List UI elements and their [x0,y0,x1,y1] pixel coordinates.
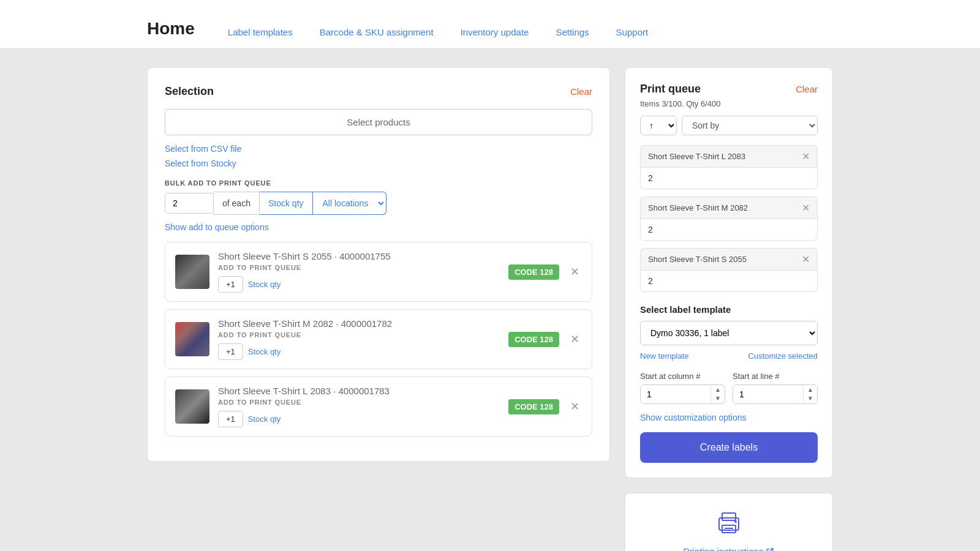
print-queue-clear-button[interactable]: Clear [796,84,818,94]
queue-item-l-name: Short Sleeve T-Shirt L 2083 [648,152,745,161]
start-col-up-button[interactable]: ▲ [711,386,725,394]
column-line-section: Start at column # ▲ ▼ Start at line # [640,372,818,404]
queue-item-l-remove-button[interactable]: ✕ [802,151,810,162]
selection-header: Selection Clear [165,85,592,98]
product-name-m[interactable]: Short Sleeve T-Shirt M 2082 · 4000001782 [218,318,500,329]
queue-item-m: Short Sleeve T-Shirt M 2082 ✕ [640,197,818,241]
svg-rect-1 [722,513,736,520]
select-label-section: Select label template Dymo 30336, 1 labe… [640,304,818,463]
bulk-add-label: BULK ADD TO PRINT QUEUE [165,179,592,187]
queue-item-s-name: Short Sleeve T-Shirt S 2055 [648,255,747,264]
product-name-l[interactable]: Short Sleeve T-Shirt L 2083 · 4000001783 [218,386,500,396]
show-queue-options-link[interactable]: Show add to queue options [165,222,592,232]
new-template-link[interactable]: New template [640,351,688,361]
remove-product-m-button[interactable]: ✕ [568,330,582,348]
start-line-stepper: ▲ ▼ [803,386,817,403]
start-line-up-button[interactable]: ▲ [804,386,817,394]
remove-product-s-button[interactable]: ✕ [568,263,582,281]
bulk-of-each-label: of each [214,192,260,215]
start-line-input-wrap: ▲ ▼ [733,384,818,404]
start-col-down-button[interactable]: ▼ [711,394,725,403]
home-title: Home [147,19,195,48]
queue-item-m-remove-button[interactable]: ✕ [802,202,810,214]
stock-qty-button-l[interactable]: Stock qty [248,414,281,424]
queue-item-l-header: Short Sleeve T-Shirt L 2083 ✕ [640,145,818,168]
product-info-m: Short Sleeve T-Shirt M 2082 · 4000001782… [218,318,500,360]
bulk-qty-input[interactable] [165,193,214,214]
bulk-stock-qty-button[interactable]: Stock qty [260,192,313,215]
stock-qty-button-m[interactable]: Stock qty [248,347,281,356]
select-products-button[interactable]: Select products [165,109,592,135]
product-actions-m: +1 Stock qty [218,343,500,360]
queue-item-l-qty [640,168,818,189]
queue-item-s-qty [640,271,818,292]
left-panel: Selection Clear Select products Select f… [147,67,610,462]
queue-item-m-name: Short Sleeve T-Shirt M 2082 [648,203,748,212]
plus-one-button-l[interactable]: +1 [218,411,243,427]
start-line-label: Start at line # [733,372,818,381]
right-panel: Print queue Clear Items 3/100. Qty 6/400… [625,67,833,478]
svg-point-5 [734,520,737,523]
start-col-group: Start at column # ▲ ▼ [640,372,725,404]
queue-item-m-qty-input[interactable] [648,225,810,234]
queue-item-m-header: Short Sleeve T-Shirt M 2082 ✕ [640,197,818,219]
sort-by-select[interactable]: Sort by [682,116,818,135]
start-col-label: Start at column # [640,372,725,381]
product-sub-s: ADD TO PRINT QUEUE [218,264,500,271]
queue-item-s: Short Sleeve T-Shirt S 2055 ✕ [640,248,818,292]
remove-product-l-button[interactable]: ✕ [568,397,582,416]
top-nav: Home Label templates Barcode & SKU assig… [0,0,980,49]
bulk-locations-select[interactable]: All locations [313,192,386,215]
nav-settings[interactable]: Settings [542,27,602,48]
start-col-input[interactable] [641,385,710,403]
selection-title: Selection [165,85,214,98]
start-line-input[interactable] [733,385,803,403]
product-thumb-l [175,389,209,424]
printing-instructions-link[interactable]: Printing instructions [684,546,775,551]
product-item-m: Short Sleeve T-Shirt M 2082 · 4000001782… [165,309,592,369]
select-from-stocky-link[interactable]: Select from Stocky [165,159,592,168]
nav-barcode-sku[interactable]: Barcode & SKU assignment [306,27,447,48]
main-content: Selection Clear Select products Select f… [0,49,980,551]
stock-qty-button-s[interactable]: Stock qty [248,280,281,289]
product-item-l: Short Sleeve T-Shirt L 2083 · 4000001783… [165,377,592,437]
product-name-s[interactable]: Short Sleeve T-Shirt S 2055 · 4000001755 [218,251,500,261]
nav-label-templates[interactable]: Label templates [214,27,306,48]
queue-info: Items 3/100. Qty 6/400 [640,99,818,108]
right-col: Print queue Clear Items 3/100. Qty 6/400… [625,67,833,551]
create-labels-button[interactable]: Create labels [640,432,818,463]
queue-item-s-remove-button[interactable]: ✕ [802,253,810,265]
queue-item-m-qty [640,219,818,241]
select-label-title: Select label template [640,304,818,315]
product-item-s: Short Sleeve T-Shirt S 2055 · 4000001755… [165,242,592,302]
start-line-group: Start at line # ▲ ▼ [733,372,818,404]
customize-selected-link[interactable]: Customize selected [748,351,818,361]
print-queue-header: Print queue Clear [640,83,818,96]
plus-one-button-m[interactable]: +1 [218,343,243,360]
label-template-select[interactable]: Dymo 30336, 1 label [640,321,818,345]
sort-direction-select[interactable]: ↑ ↓ [640,116,677,135]
nav-inventory-update[interactable]: Inventory update [447,27,543,48]
queue-item-s-qty-input[interactable] [648,276,810,286]
start-col-stepper: ▲ ▼ [710,386,725,403]
show-customization-link[interactable]: Show customization options [640,413,818,422]
product-actions-l: +1 Stock qty [218,411,500,427]
print-instructions-section: Printing instructions [625,493,833,551]
product-actions-s: +1 Stock qty [218,276,500,293]
start-line-down-button[interactable]: ▼ [804,394,817,403]
product-thumb-m [175,322,209,356]
product-info-s: Short Sleeve T-Shirt S 2055 · 4000001755… [218,251,500,293]
select-from-csv-link[interactable]: Select from CSV file [165,144,592,154]
bulk-add-section: BULK ADD TO PRINT QUEUE of each Stock qt… [165,179,592,215]
bulk-controls: of each Stock qty All locations [165,192,592,215]
code-badge-s: CODE 128 [508,264,559,280]
product-sub-l: ADD TO PRINT QUEUE [218,399,500,406]
external-link-icon [766,547,774,552]
print-icon [714,508,744,540]
queue-item-l-qty-input[interactable] [648,173,810,183]
plus-one-button-s[interactable]: +1 [218,276,243,293]
selection-clear-button[interactable]: Clear [570,86,592,97]
sort-bar: ↑ ↓ Sort by [640,116,818,135]
product-thumb-s [175,255,209,289]
nav-support[interactable]: Support [603,27,662,48]
